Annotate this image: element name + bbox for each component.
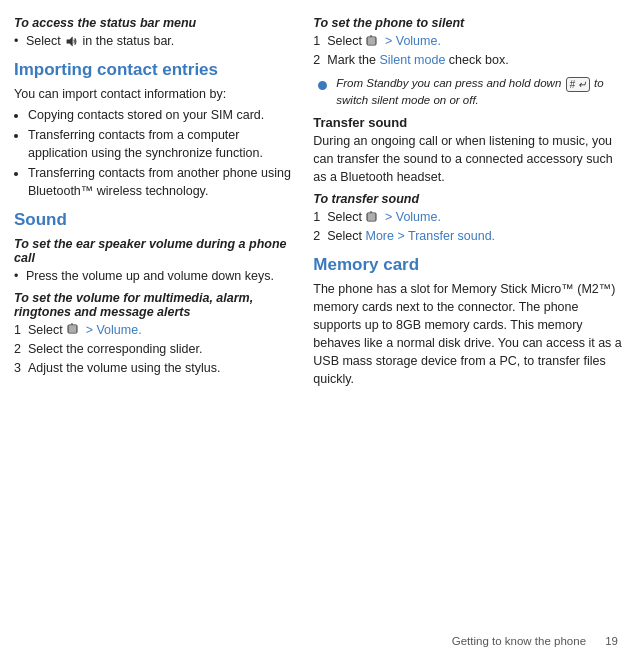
transfer-steps: 1 Select > Volume. <box>313 208 622 245</box>
key-icon: # ↵ <box>566 77 590 92</box>
list-item: Transferring contacts from a computer ap… <box>28 126 297 162</box>
page: To access the status bar menu • Select i… <box>0 0 636 655</box>
memory-card-body: The phone has a slot for Memory Stick Mi… <box>313 280 622 389</box>
svg-marker-0 <box>67 37 73 46</box>
importing-heading: Importing contact entries <box>14 60 297 80</box>
list-item: Transferring contacts from another phone… <box>28 164 297 200</box>
access-status-bar-heading: To access the status bar menu <box>14 16 297 30</box>
memory-card-heading: Memory card <box>313 255 622 275</box>
list-item: Copying contacts stored on your SIM card… <box>28 106 297 124</box>
silent-step-1: 1 Select > Volume. <box>313 32 622 50</box>
ear-speaker-step: • Press the volume up and volume down ke… <box>14 267 297 285</box>
footer: Getting to know the phone 19 <box>452 635 618 647</box>
importing-list: Copying contacts stored on your SIM card… <box>28 106 297 201</box>
transfer-step-1: 1 Select > Volume. <box>313 208 622 226</box>
transfer-sound-intro: During an ongoing call or when listening… <box>313 132 622 186</box>
volume-icon-transfer <box>366 210 380 224</box>
left-column: To access the status bar menu • Select i… <box>0 10 305 645</box>
importing-intro: You can import contact information by: <box>14 85 297 103</box>
silent-step-2: 2 Mark the Silent mode check box. <box>313 51 622 69</box>
ear-speaker-heading: To set the ear speaker volume during a p… <box>14 237 297 265</box>
transfer-step-2: 2 Select More > Transfer sound. <box>313 227 622 245</box>
sound-heading: Sound <box>14 210 297 230</box>
tip-box: From Standby you can press and hold down… <box>313 75 622 108</box>
transfer-sound-heading: Transfer sound <box>313 115 622 130</box>
tip-text: From Standby you can press and hold down… <box>336 75 622 108</box>
tip-icon <box>313 76 331 94</box>
set-silent-heading: To set the phone to silent <box>313 16 622 30</box>
sound-steps: 1 Select > Volume. <box>14 321 297 377</box>
status-bar-icon <box>65 35 78 48</box>
volume-icon <box>67 322 81 336</box>
set-silent-steps: 1 Select > Volume. <box>313 32 622 69</box>
bullet-dot: • <box>14 34 18 48</box>
sound-step-1: 1 Select > Volume. <box>14 321 297 339</box>
right-column: To set the phone to silent 1 Select <box>305 10 636 645</box>
footer-text: Getting to know the phone <box>452 635 586 647</box>
access-status-bar-step: • Select in the status bar. <box>14 32 297 50</box>
volume-icon-silent <box>366 34 380 48</box>
to-transfer-sound-heading: To transfer sound <box>313 192 622 206</box>
sound-step-3: 3 Adjust the volume using the stylus. <box>14 359 297 377</box>
footer-page: 19 <box>605 635 618 647</box>
sound-step-2: 2 Select the corresponding slider. <box>14 340 297 358</box>
tip-dot <box>318 81 327 90</box>
multimedia-heading: To set the volume for multimedia, alarm,… <box>14 291 297 319</box>
bullet-dot: • <box>14 269 18 283</box>
